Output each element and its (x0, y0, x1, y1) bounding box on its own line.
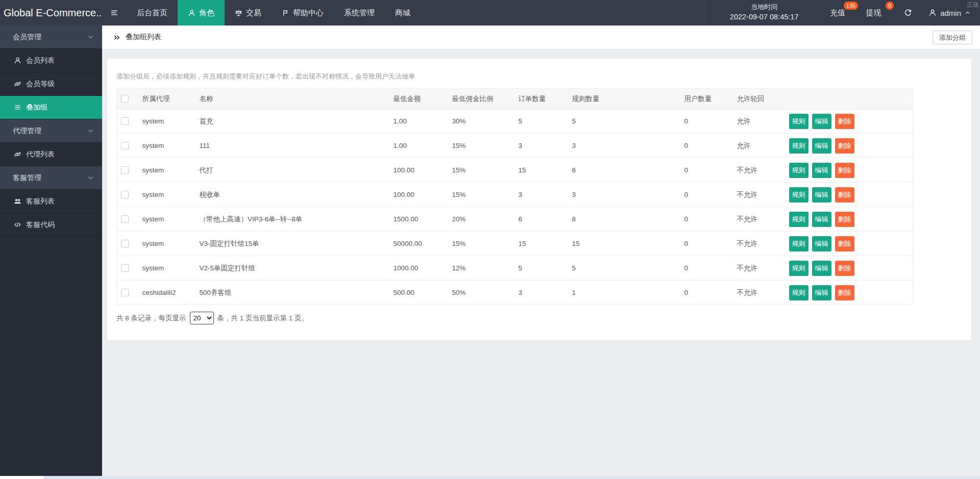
link-icon (14, 80, 21, 88)
cell-actions: 规则编辑删除 (785, 134, 913, 158)
edit-button[interactable]: 编辑 (812, 285, 831, 300)
row-checkbox[interactable] (121, 142, 129, 149)
edit-button[interactable]: 编辑 (812, 163, 831, 178)
delete-button[interactable]: 删除 (835, 212, 854, 227)
recharge-label: 充值 (830, 8, 845, 18)
rule-button[interactable]: 规则 (789, 212, 808, 227)
cell-agent: system (138, 183, 195, 207)
delete-button[interactable]: 删除 (835, 236, 854, 251)
cell-orders: 3 (514, 134, 568, 158)
sidebar-group-member-management[interactable]: 会员管理 (0, 26, 102, 49)
cell-loop: 不允许 (733, 232, 785, 256)
chevron-down-icon (87, 174, 94, 181)
row-checkbox[interactable] (121, 215, 129, 223)
table-row: system（带他上高速）VIP3-6单--转--8单1500.0020%680… (117, 207, 913, 232)
add-group-button[interactable]: 添加分组 (933, 31, 972, 44)
flag-icon (282, 9, 289, 17)
page-title: 叠加组列表 (126, 33, 161, 42)
row-checkbox[interactable] (121, 166, 129, 174)
sidebar-toggle-button[interactable] (102, 0, 127, 26)
cell-loop: 不允许 (733, 256, 785, 281)
column-header: 用户数量 (680, 89, 733, 109)
cell-rules: 3 (568, 183, 680, 207)
sidebar-item-service-code[interactable]: 客服代码 (0, 213, 102, 237)
cell-agent: system (138, 134, 195, 158)
cell-min_amount: 1.00 (389, 109, 448, 134)
rule-button[interactable]: 规则 (789, 163, 808, 178)
recharge-button[interactable]: 充值 135 (823, 0, 859, 26)
horizontal-scrollbar[interactable] (0, 476, 980, 479)
menu-item-label: 交易 (246, 8, 261, 18)
withdraw-label: 提现 (866, 8, 881, 18)
column-header: 最低佣金比例 (448, 89, 514, 109)
cell-rules: 5 (568, 256, 680, 281)
sidebar-group-agent-management[interactable]: 代理管理 (0, 119, 102, 143)
edit-button[interactable]: 编辑 (812, 261, 831, 276)
delete-button[interactable]: 删除 (835, 163, 854, 178)
menu-item-help-center[interactable]: 帮助中心 (272, 0, 334, 26)
cell-min_commission: 15% (448, 183, 514, 207)
rule-button[interactable]: 规则 (789, 138, 808, 154)
scrollbar-thumb[interactable] (43, 476, 980, 479)
cell-name: 税收单 (195, 183, 389, 207)
menu-item-home[interactable]: 后台首页 (127, 0, 178, 26)
menu-item-label: 商城 (395, 8, 410, 18)
sidebar-item-member-list[interactable]: 会员列表 (0, 49, 102, 72)
column-header-actions (785, 89, 913, 109)
chevron-up-icon (965, 10, 971, 16)
column-header: 名称 (195, 89, 389, 109)
edit-button[interactable]: 编辑 (812, 187, 831, 203)
cell-rules: 15 (568, 232, 680, 256)
row-checkbox[interactable] (121, 117, 129, 125)
sidebar-item-member-level[interactable]: 会员等级 (0, 72, 102, 96)
sidebar-item-overlay-group[interactable]: 叠加组 (0, 96, 102, 119)
cell-min_amount: 1.00 (389, 134, 448, 158)
hamburger-icon (110, 9, 118, 17)
sidebar-item-label: 会员等级 (26, 80, 55, 89)
edit-button[interactable]: 编辑 (812, 138, 831, 154)
cell-loop: 允许 (733, 134, 785, 158)
select-all-checkbox[interactable] (121, 95, 129, 103)
row-checkbox[interactable] (121, 264, 129, 272)
delete-button[interactable]: 删除 (835, 261, 854, 276)
link-icon (14, 150, 21, 158)
cell-name: 111 (195, 134, 389, 158)
sidebar-item-service-list[interactable]: 客服列表 (0, 190, 102, 213)
rule-button[interactable]: 规则 (789, 187, 808, 203)
edit-button[interactable]: 编辑 (812, 212, 831, 227)
menu-item-mall[interactable]: 商城 (385, 0, 421, 26)
column-header: 规则数量 (568, 89, 680, 109)
menu-item-system[interactable]: 系统管理 (334, 0, 385, 26)
menu-item-role[interactable]: 角色 (178, 0, 225, 26)
delete-button[interactable]: 删除 (835, 187, 854, 203)
cell-actions: 规则编辑删除 (785, 256, 913, 281)
delete-button[interactable]: 删除 (835, 114, 854, 129)
edit-button[interactable]: 编辑 (812, 236, 831, 251)
rule-button[interactable]: 规则 (789, 236, 808, 251)
sidebar-item-label: 代理列表 (26, 150, 55, 159)
delete-button[interactable]: 删除 (835, 285, 854, 300)
rule-button[interactable]: 规则 (789, 261, 808, 276)
rule-button[interactable]: 规则 (789, 285, 808, 300)
cell-rules: 3 (568, 134, 680, 158)
cell-min_commission: 20% (448, 207, 514, 232)
row-checkbox[interactable] (121, 191, 129, 198)
edit-button[interactable]: 编辑 (812, 114, 831, 129)
cell-loop: 允许 (733, 109, 785, 134)
cell-loop: 不允许 (733, 207, 785, 232)
rule-button[interactable]: 规则 (789, 114, 808, 129)
row-checkbox[interactable] (121, 289, 129, 296)
row-checkbox[interactable] (121, 240, 129, 247)
menu-item-trade[interactable]: 交易 (225, 0, 272, 26)
scales-icon (235, 9, 242, 17)
refresh-icon (903, 9, 912, 17)
sidebar-group-service-management[interactable]: 客服管理 (0, 166, 102, 190)
cell-rules: 1 (568, 281, 680, 305)
delete-button[interactable]: 删除 (835, 138, 854, 154)
withdraw-button[interactable]: 提现 0 (859, 0, 894, 26)
sidebar-item-agent-list[interactable]: 代理列表 (0, 143, 102, 166)
breadcrumb-bar: 叠加组列表 添加分组 (102, 26, 980, 49)
page-size-select[interactable]: 20 (190, 312, 214, 324)
cell-agent: system (138, 207, 195, 232)
refresh-button[interactable] (894, 0, 921, 26)
